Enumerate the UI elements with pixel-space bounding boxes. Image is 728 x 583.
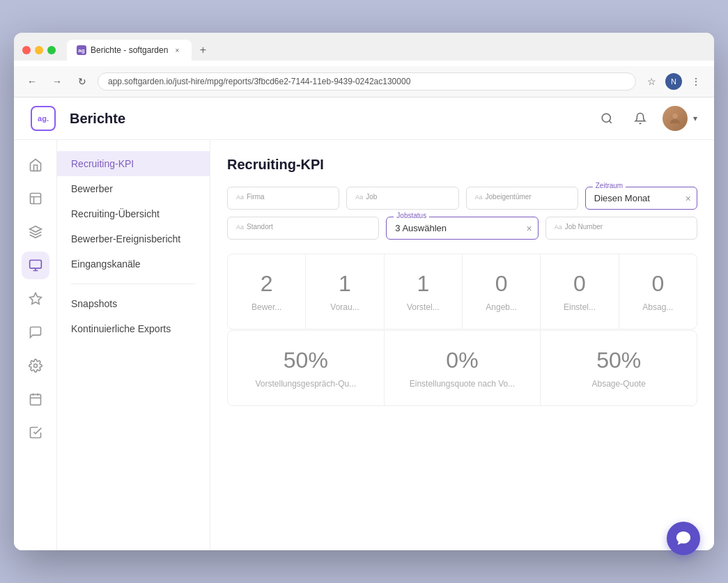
filter-zeitraum-clear[interactable]: × <box>686 193 691 204</box>
kpi-vorstel-label: Vorstel... <box>396 302 451 312</box>
filter-standort-label: Standort <box>247 223 273 231</box>
kpi-einstel-label: Einstel... <box>552 302 607 312</box>
maximize-traffic-light[interactable] <box>47 46 56 54</box>
kpi-vorau-number: 1 <box>317 271 372 297</box>
filter-jobstatus-value: 3 Auswählen <box>395 223 529 233</box>
traffic-lights <box>22 46 56 54</box>
address-bar[interactable]: app.softgarden.io/just-hire/mpg/reports/… <box>98 72 636 91</box>
sidebar-icon-settings[interactable] <box>22 352 49 380</box>
tab-close-btn[interactable]: × <box>172 45 182 55</box>
filter-jobnumber[interactable]: Aa Job Number <box>545 217 697 240</box>
kpi-grid-top: 2 Bewer... 1 Vorau... 1 Vorstel... 0 Ang… <box>227 254 697 329</box>
sidebar-item-einganskanaele[interactable]: Eingangskanäle <box>57 251 210 277</box>
kpi-einstel-number: 0 <box>552 271 607 297</box>
filter-jobstatus[interactable]: Jobstatus 3 Auswählen × <box>386 217 538 240</box>
svg-rect-7 <box>30 394 40 405</box>
content-title: Recruiting-KPI <box>227 157 697 173</box>
nav-divider <box>71 283 196 284</box>
logo: ag. <box>31 106 56 131</box>
chat-fab[interactable] <box>667 522 700 550</box>
filter-jobstatus-top-label: Jobstatus <box>394 212 429 219</box>
menu-btn[interactable]: ⋮ <box>686 72 706 91</box>
filter-job[interactable]: Aa Job <box>346 187 458 210</box>
svg-marker-5 <box>29 293 41 304</box>
sidebar-item-kontinuierliche-exports[interactable]: Kontinuierliche Exports <box>57 316 210 341</box>
kpi-absage-quote-label: Absage-Quote <box>552 379 686 389</box>
svg-point-0 <box>602 114 610 122</box>
kpi-card-vorstel: 1 Vorstel... <box>385 254 462 329</box>
sidebar-icon-home[interactable] <box>22 151 49 179</box>
kpi-bewerber-number: 2 <box>239 271 294 297</box>
svg-point-11 <box>680 537 681 538</box>
sidebar-item-bewerber[interactable]: Bewerber <box>57 176 210 201</box>
kpi-grid-bottom: 50% Vorstellungsgespräch-Qu... 0% Einste… <box>227 330 697 406</box>
filter-standort[interactable]: Aa Standort <box>227 217 379 240</box>
user-chevron: ▾ <box>693 114 697 123</box>
forward-btn[interactable]: → <box>47 72 67 91</box>
svg-point-6 <box>33 364 37 368</box>
sidebar-icon-favorites[interactable] <box>22 285 49 313</box>
svg-rect-4 <box>29 261 41 269</box>
filter-firma[interactable]: Aa Firma <box>227 187 339 210</box>
kpi-absag-label: Absag... <box>630 302 686 312</box>
nav-sidebar: Recruiting-KPI Bewerber Recruiting-Übers… <box>57 140 210 550</box>
filter-job-label: Job <box>366 193 377 201</box>
kpi-card-absage-quote: 50% Absage-Quote <box>541 331 697 405</box>
new-tab-btn[interactable]: + <box>194 42 211 59</box>
kpi-vorstellungsgesprach-label: Vorstellungsgespräch-Qu... <box>239 379 373 389</box>
kpi-absag-number: 0 <box>630 271 686 297</box>
sidebar-icon-tasks[interactable] <box>22 185 49 212</box>
filter-jobnumber-label: Job Number <box>565 223 603 231</box>
refresh-btn[interactable]: ↻ <box>72 72 92 91</box>
filter-zeitraum[interactable]: Zeitraum Diesen Monat × <box>585 187 697 210</box>
sidebar-icon-layers[interactable] <box>22 218 49 246</box>
tab-title: Berichte - softgarden <box>91 45 168 55</box>
kpi-card-vorau: 1 Vorau... <box>306 254 383 329</box>
sidebar-icon-checklist[interactable] <box>22 419 49 446</box>
filters-row2: Aa Standort Jobstatus 3 Auswählen × <box>227 217 697 240</box>
header-actions: ▾ <box>596 106 697 131</box>
kpi-einstellungsquote-number: 0% <box>396 348 529 373</box>
sidebar-icon-reports[interactable] <box>22 251 49 279</box>
filter-firma-label: Firma <box>247 193 265 201</box>
page-title: Berichte <box>70 111 596 127</box>
user-menu[interactable]: ▾ <box>663 106 697 131</box>
svg-rect-2 <box>30 194 40 204</box>
kpi-einstellungsquote-label: Einstellungsquote nach Vo... <box>396 379 529 389</box>
app-header: ag. Berichte <box>14 98 714 140</box>
browser-nav: ← → ↻ app.softgarden.io/just-hire/mpg/re… <box>14 66 714 98</box>
svg-point-13 <box>686 537 687 538</box>
active-tab[interactable]: ag Berichte - softgarden × <box>67 40 192 61</box>
close-traffic-light[interactable] <box>22 46 31 54</box>
kpi-absage-quote-number: 50% <box>552 348 686 373</box>
kpi-angeb-number: 0 <box>474 271 529 297</box>
bookmark-btn[interactable]: ☆ <box>642 72 661 91</box>
sidebar-item-snapshots[interactable]: Snapshots <box>57 291 210 316</box>
kpi-card-einstel: 0 Einstel... <box>541 254 618 329</box>
filter-jobeigentumer[interactable]: Aa Jobeigentümer <box>466 187 578 210</box>
kpi-card-einstellungsquote: 0% Einstellungsquote nach Vo... <box>385 331 541 405</box>
kpi-angeb-label: Angeb... <box>474 302 529 312</box>
search-btn[interactable] <box>596 107 618 130</box>
kpi-card-absag: 0 Absag... <box>619 254 697 329</box>
filter-jobstatus-clear[interactable]: × <box>526 223 532 234</box>
filter-zeitraum-top-label: Zeitraum <box>593 182 626 189</box>
notifications-btn[interactable] <box>629 107 651 130</box>
address-text: app.softgarden.io/just-hire/mpg/reports/… <box>108 77 410 86</box>
sidebar-icon-calendar[interactable] <box>22 385 49 413</box>
kpi-vorstel-number: 1 <box>396 271 451 297</box>
sidebar-item-recruiting-kpi[interactable]: Recruiting-KPI <box>57 151 210 176</box>
sidebar-item-recruiting-uebersicht[interactable]: Recruiting-Übersicht <box>57 201 210 226</box>
kpi-vorau-label: Vorau... <box>317 302 372 312</box>
icon-sidebar <box>14 140 57 550</box>
svg-marker-3 <box>29 226 41 232</box>
main-content: Recruiting-KPI Aa Firma Aa <box>210 140 714 550</box>
avatar <box>663 106 688 131</box>
back-btn[interactable]: ← <box>22 72 42 91</box>
kpi-card-vorstellungsgesprach: 50% Vorstellungsgespräch-Qu... <box>228 331 384 405</box>
minimize-traffic-light[interactable] <box>35 46 43 54</box>
kpi-card-bewerber: 2 Bewer... <box>228 254 305 329</box>
sidebar-icon-messages[interactable] <box>22 318 49 346</box>
tab-favicon: ag <box>77 45 86 55</box>
sidebar-item-bewerber-ereignisbericht[interactable]: Bewerber-Ereignisbericht <box>57 226 210 251</box>
